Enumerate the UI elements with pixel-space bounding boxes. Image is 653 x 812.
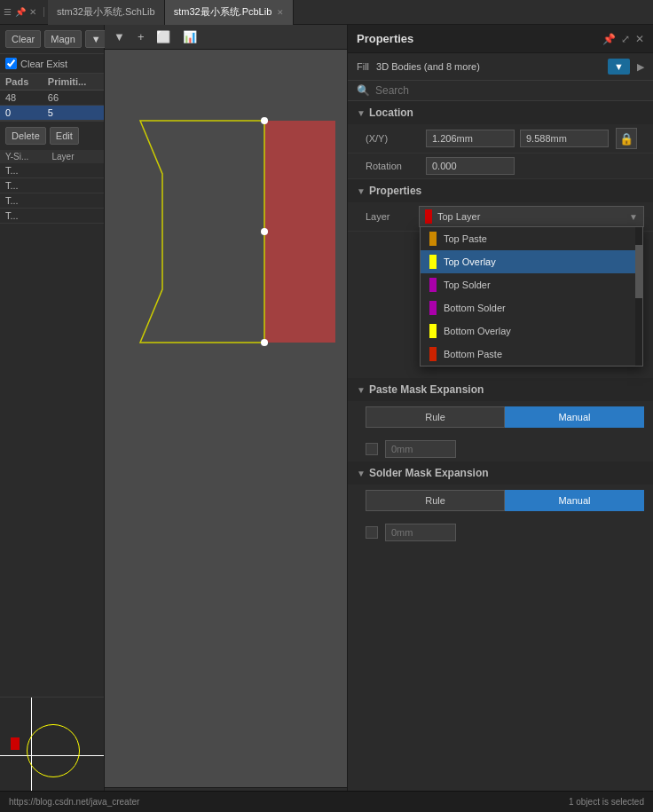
layer-select-text: Top Layer — [437, 211, 624, 222]
dropdown-item-top-paste[interactable]: Top Paste — [421, 227, 642, 250]
paste-mask-toggle: Rule Manual — [366, 406, 644, 428]
dropdown-arrow-btn[interactable]: ▼ — [85, 30, 107, 48]
dropdown-item-bottom-overlay[interactable]: Bottom Overlay — [421, 319, 642, 343]
list-y-val: T... — [5, 195, 98, 206]
clear-button[interactable]: Clear — [5, 30, 41, 48]
dropdown-item-bottom-solder[interactable]: Bottom Solder — [421, 296, 642, 319]
dropdown-color-top-paste — [429, 232, 437, 246]
canvas-area[interactable]: ▼ + ⬜ 📊 LS ◀ ▶ — [105, 25, 347, 812]
paste-mask-rule-btn[interactable]: Rule — [366, 406, 505, 428]
status-url: https://blog.csdn.net/java_creater — [9, 797, 139, 807]
solder-mask-section-header[interactable]: ▼ Solder Mask Expansion — [348, 461, 653, 485]
dropdown-label-top-solder: Top Solder — [444, 280, 491, 290]
tab-schlib[interactable]: stm32最小系统.SchLib — [48, 0, 165, 25]
tab-pcblib[interactable]: stm32最小系统.PcbLib ✕ — [165, 0, 295, 25]
dropdown-label-top-overlay: Top Overlay — [444, 256, 496, 267]
edit-button[interactable]: Edit — [50, 127, 79, 145]
sidebar-table: Pads Primiti... 48 66 0 5 — [0, 74, 104, 121]
dropdown-label-bottom-overlay: Bottom Overlay — [444, 326, 511, 336]
solder-mask-btns-row: Rule Manual — [348, 485, 653, 520]
dropdown-label-bottom-paste: Bottom Paste — [444, 349, 502, 359]
x-input[interactable] — [426, 130, 515, 147]
table-row[interactable]: 48 66 — [0, 91, 104, 106]
dropdown-item-top-overlay[interactable]: Top Overlay — [421, 250, 642, 273]
magn-button[interactable]: Magn — [44, 30, 82, 48]
list-header: Y-Si... Layer — [0, 150, 104, 163]
paste-mask-mm-input[interactable] — [385, 440, 456, 458]
solder-mask-mm-input[interactable] — [385, 524, 456, 541]
solder-mask-rule-btn[interactable]: Rule — [366, 490, 505, 511]
canvas-toolbar: ▼ + ⬜ 📊 — [105, 25, 347, 50]
status-selection: 1 object is selected — [569, 797, 644, 807]
delete-button[interactable]: Delete — [5, 127, 46, 145]
paste-mask-checkbox[interactable] — [366, 443, 378, 455]
search-icon: 🔍 — [357, 84, 370, 97]
col-prims: Primiti... — [43, 74, 104, 91]
y-input[interactable] — [520, 130, 609, 147]
fill-expand-btn[interactable]: ▶ — [637, 61, 644, 73]
list-item[interactable]: T... — [0, 209, 104, 224]
sidebar-toolbar: Clear Magn ▼ — [0, 25, 104, 54]
dropdown-scrollbar — [635, 227, 642, 366]
rotation-row: Rotation — [348, 154, 653, 179]
pcb-component-outline — [140, 121, 264, 343]
minimap-component — [11, 737, 20, 750]
list-item[interactable]: T... — [0, 163, 104, 178]
list-y-val: T... — [5, 210, 98, 221]
paste-mask-triangle-icon: ▼ — [357, 385, 366, 395]
rotation-input[interactable] — [426, 157, 515, 175]
search-input[interactable] — [375, 84, 644, 97]
dropdown-color-bottom-solder — [429, 301, 437, 315]
location-section-title: Location — [369, 106, 413, 119]
dropdown-label-bottom-solder: Bottom Solder — [444, 303, 506, 313]
location-section-header[interactable]: ▼ Location — [348, 101, 653, 124]
panel-close-icon[interactable]: ✕ — [635, 33, 644, 45]
canvas-content — [105, 50, 347, 787]
left-sidebar: Clear Magn ▼ Clear Exist Pads Primiti...… — [0, 25, 105, 812]
close-tab-icon[interactable]: ✕ — [29, 7, 36, 17]
layer-select-arrow-icon: ▼ — [629, 212, 638, 222]
pcb-pad-red — [264, 121, 335, 343]
fill-row: Fill 3D Bodies (and 8 more) ▼ ▶ — [348, 53, 653, 81]
layer-select[interactable]: Top Layer ▼ Top Paste Top Overlay Top So… — [419, 206, 644, 227]
pcb-canvas-svg — [114, 67, 344, 405]
paste-mask-section-header[interactable]: ▼ Paste Mask Expansion — [348, 378, 653, 401]
solder-mask-manual-btn[interactable]: Manual — [505, 490, 644, 511]
paste-mask-btns-row: Rule Manual — [348, 401, 653, 437]
panel-header-icons: 📌 ⤢ ✕ — [602, 33, 644, 45]
prims-cell-selected: 5 — [43, 106, 104, 121]
panel-float-icon[interactable]: ⤢ — [621, 33, 630, 45]
menu-icon[interactable]: ☰ — [4, 7, 12, 17]
list-item[interactable]: T... — [0, 193, 104, 209]
list-item[interactable]: T... — [0, 178, 104, 193]
pads-cell-selected: 0 — [0, 106, 43, 121]
add-canvas-btn[interactable]: + — [134, 28, 148, 45]
fill-filter-btn[interactable]: ▼ — [608, 59, 630, 75]
tab-pcblib-close[interactable]: ✕ — [277, 8, 284, 17]
rotation-label: Rotation — [366, 161, 419, 171]
paste-mask-manual-btn[interactable]: Manual — [505, 406, 644, 428]
lock-btn[interactable]: 🔒 — [616, 128, 637, 149]
solder-mask-checkbox-row — [348, 520, 653, 545]
solder-mask-checkbox[interactable] — [366, 526, 378, 539]
fill-label: Fill — [357, 61, 369, 72]
list-col-y: Y-Si... — [5, 152, 52, 162]
table-row-selected[interactable]: 0 5 — [0, 106, 104, 121]
chart-canvas-btn[interactable]: 📊 — [179, 28, 201, 45]
filter-canvas-btn[interactable]: ▼ — [110, 28, 129, 45]
pads-cell: 48 — [0, 91, 43, 106]
dropdown-item-bottom-paste[interactable]: Bottom Paste — [421, 343, 642, 366]
dropdown-color-top-overlay — [429, 255, 437, 269]
dropdown-item-top-solder[interactable]: Top Solder — [421, 273, 642, 296]
properties-section-header[interactable]: ▼ Properties — [348, 179, 653, 202]
clear-exist-checkbox[interactable] — [5, 58, 17, 69]
tab-pcblib-label: stm32最小系统.PcbLib — [174, 5, 272, 19]
pcb-corner-dot-ml — [261, 228, 268, 235]
pin-icon[interactable]: 📌 — [15, 7, 26, 17]
tab-schlib-label: stm32最小系统.SchLib — [57, 5, 155, 19]
right-panel: Properties 📌 ⤢ ✕ Fill 3D Bodies (and 8 m… — [347, 25, 653, 812]
select-canvas-btn[interactable]: ⬜ — [153, 28, 174, 45]
panel-pin-icon[interactable]: 📌 — [602, 33, 616, 45]
properties-section-title: Properties — [369, 185, 421, 197]
list-col-layer: Layer — [52, 152, 99, 162]
